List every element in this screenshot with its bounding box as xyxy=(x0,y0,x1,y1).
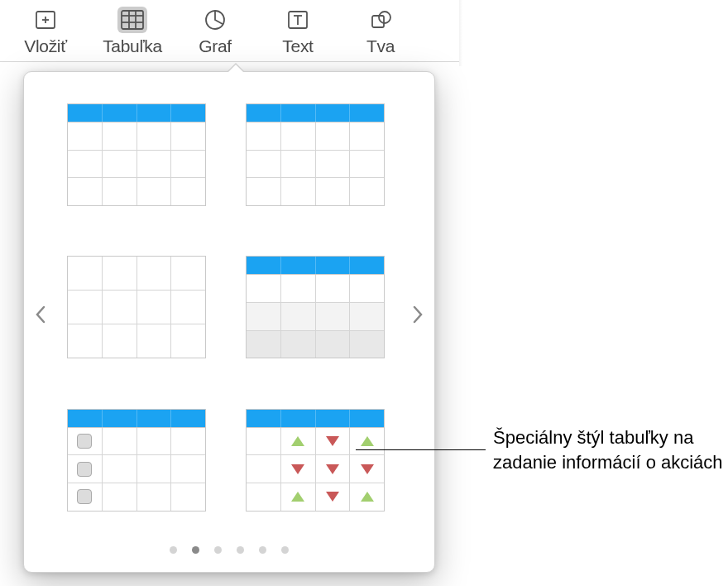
svg-rect-12 xyxy=(372,16,384,27)
toolbar-item-label: Vložiť xyxy=(24,36,67,56)
next-page-button[interactable] xyxy=(408,305,428,324)
page-dot[interactable] xyxy=(237,546,244,554)
stock-down-icon xyxy=(361,464,374,474)
page-indicator[interactable] xyxy=(24,531,434,572)
page-dot[interactable] xyxy=(281,546,289,554)
callout-text: Špeciálny štýl tabuľky na zadanie inform… xyxy=(493,425,725,474)
toolbar-item-table[interactable]: Tabuľka xyxy=(91,7,174,56)
chart-icon xyxy=(200,7,230,33)
shape-icon xyxy=(366,7,395,33)
page-dot[interactable] xyxy=(170,546,177,554)
toolbar-item-label: Tva xyxy=(366,36,395,56)
table-style-1[interactable] xyxy=(67,103,206,206)
svg-rect-3 xyxy=(122,11,143,29)
stock-up-icon xyxy=(361,492,374,502)
page-dot[interactable] xyxy=(214,546,222,554)
toolbar-item-label: Tabuľka xyxy=(103,36,162,56)
toolbar-item-insert[interactable]: Vložiť xyxy=(0,7,91,56)
toolbar-item-text[interactable]: Text xyxy=(256,7,339,56)
toolbar: Vložiť Tabuľka Graf xyxy=(0,0,459,62)
popover-arrow xyxy=(228,64,244,72)
checkbox-icon xyxy=(77,489,92,504)
table-style-grid xyxy=(50,97,408,531)
table-style-4[interactable] xyxy=(246,256,385,358)
stock-down-icon xyxy=(326,464,339,474)
table-styles-popover xyxy=(23,71,435,573)
toolbar-item-label: Text xyxy=(282,36,313,56)
page-dot[interactable] xyxy=(259,546,266,554)
stock-down-icon xyxy=(326,436,339,446)
stock-up-icon xyxy=(361,436,374,446)
toolbar-item-chart[interactable]: Graf xyxy=(174,7,256,56)
callout-leader-line xyxy=(356,449,486,450)
toolbar-item-label: Graf xyxy=(199,36,232,56)
page-dot[interactable] xyxy=(192,546,199,554)
table-icon xyxy=(117,7,147,33)
table-style-stocks[interactable] xyxy=(246,409,385,512)
insert-icon xyxy=(31,7,60,33)
checkbox-icon xyxy=(77,434,92,449)
table-style-5[interactable] xyxy=(67,409,206,512)
stock-up-icon xyxy=(291,492,304,502)
table-style-3[interactable] xyxy=(67,256,206,358)
table-style-2[interactable] xyxy=(246,103,385,206)
prev-page-button[interactable] xyxy=(31,305,50,324)
stock-down-icon xyxy=(326,492,339,502)
toolbar-item-shape[interactable]: Tva xyxy=(339,7,422,56)
stock-up-icon xyxy=(291,436,304,446)
stock-down-icon xyxy=(291,464,304,474)
text-icon xyxy=(283,7,313,33)
svg-point-13 xyxy=(379,12,390,23)
checkbox-icon xyxy=(77,462,92,477)
